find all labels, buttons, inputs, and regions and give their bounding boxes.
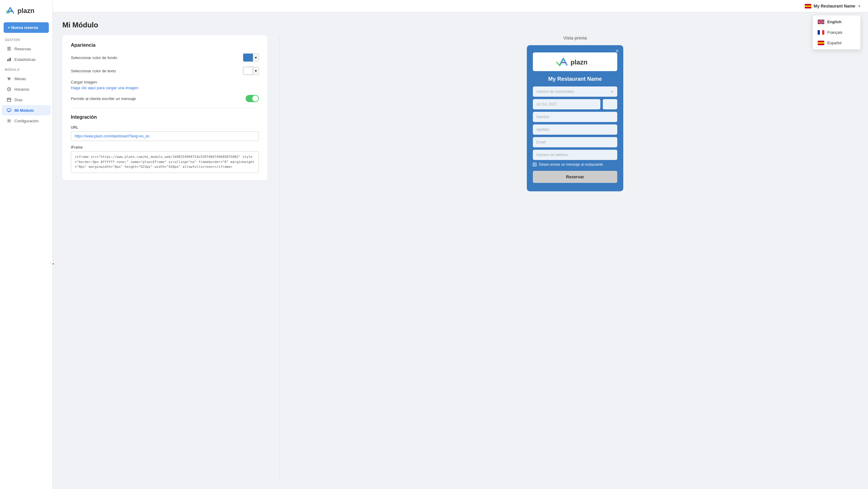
lang-francais-label: Français — [827, 30, 842, 35]
monitor-icon — [7, 108, 11, 113]
lang-item-english[interactable]: English — [813, 17, 861, 27]
svg-rect-7 — [8, 78, 9, 80]
url-value[interactable]: https://www.plazn.com/dashboard?lang=es_… — [71, 131, 259, 141]
widget-logo-area: plazn — [533, 53, 617, 71]
uk-flag-icon — [818, 20, 824, 24]
bar-chart-icon — [7, 57, 11, 62]
widget-apellido-placeholder: Apellido — [536, 127, 550, 132]
text-color-picker[interactable]: ▼ — [243, 67, 259, 75]
left-panel: Apariencia Seleccionar color de fondo ▼ … — [62, 35, 267, 481]
modulo-section-label: MÓDULO — [0, 68, 53, 73]
text-color-row: Seleccionar color de texto ▼ — [71, 67, 259, 75]
widget-nombre-field[interactable]: Nombre — [533, 112, 617, 122]
sidebar-item-mi-modulo-label: Mi Módulo — [14, 108, 34, 113]
section-divider — [71, 108, 259, 108]
calendar-icon — [7, 97, 11, 102]
lang-item-espanol[interactable]: Español — [813, 38, 861, 48]
widget-nombre-placeholder: Nombre — [536, 115, 550, 119]
iframe-label: iFrame — [71, 145, 259, 150]
widget-email-field[interactable]: Email — [533, 137, 617, 147]
sidebar-item-configuracion[interactable]: Configuración — [2, 116, 51, 126]
message-toggle[interactable] — [246, 95, 259, 102]
widget-date-placeholder: oct 24, 2023 — [536, 102, 556, 106]
svg-rect-0 — [7, 47, 11, 47]
sidebar-item-estadisticas-label: Estadísticas — [14, 57, 36, 62]
integration-section: Integración URL https://www.plazn.com/da… — [71, 115, 259, 173]
es-flag-icon — [818, 41, 824, 45]
content-area: Mi Módulo Apariencia Seleccionar color d… — [53, 12, 868, 489]
widget-date-field[interactable]: oct 24, 2023 — [533, 99, 600, 109]
sidebar-item-mesas-label: Mesas — [14, 76, 26, 81]
widget-email-placeholder: Email — [536, 140, 546, 144]
sidebar-item-mi-modulo[interactable]: Mi Módulo — [2, 105, 51, 116]
bg-color-picker[interactable]: ▼ — [243, 53, 259, 62]
widget-message-checkbox[interactable] — [533, 163, 536, 166]
sidebar-item-mesas[interactable]: Mesas — [2, 73, 51, 84]
lang-english-label: English — [827, 20, 841, 24]
svg-rect-5 — [10, 58, 11, 61]
sidebar-item-dias[interactable]: Días — [2, 95, 51, 105]
sidebar-collapse-button[interactable]: ◀ — [50, 261, 56, 266]
sidebar-item-estadisticas[interactable]: Estadísticas — [2, 54, 51, 64]
topbar: My Restaurant Name ▼ English — [53, 0, 868, 12]
sidebar-item-horarios-label: Horarios — [14, 87, 29, 92]
text-color-swatch — [243, 67, 253, 75]
upload-link[interactable]: Haga clic aquí para cargar una imagen — [71, 86, 138, 90]
list-icon — [7, 46, 11, 51]
svg-rect-10 — [7, 98, 11, 101]
gestion-section-label: GESTIÓN — [0, 38, 53, 43]
svg-rect-3 — [7, 59, 8, 61]
apariencia-title: Apariencia — [71, 42, 259, 48]
svg-point-17 — [8, 120, 10, 122]
sidebar-nav: GESTIÓN Reservas Estadísticas M — [0, 38, 53, 489]
bg-color-swatch — [243, 54, 253, 62]
chevron-down-icon: ▼ — [858, 4, 861, 8]
widget-restaurant-name: My Restaurant Name — [533, 76, 617, 82]
upload-label: Cargar imagen: — [71, 80, 98, 84]
lang-espanol-label: Español — [827, 41, 841, 45]
widget-close-icon[interactable]: ✕ — [615, 48, 619, 54]
sidebar-item-horarios[interactable]: Horarios — [2, 84, 51, 94]
iframe-value[interactable]: <iframe src="https://www.plazn.com/mi_mo… — [71, 151, 259, 173]
svg-rect-1 — [7, 48, 11, 49]
toggle-switch[interactable] — [246, 95, 259, 102]
sidebar-item-reservas[interactable]: Reservas — [2, 44, 51, 54]
widget-message-label: Deseo enviar un mensaje al restaurante — [539, 162, 603, 167]
text-color-label: Seleccionar color de texto — [71, 69, 116, 73]
sidebar-item-reservas-label: Reservas — [14, 47, 31, 51]
bg-color-arrow-icon: ▼ — [253, 54, 258, 62]
widget-preview: ✕ plazn My Restaurant Name numero de com… — [527, 45, 623, 191]
fr-flag-icon — [818, 30, 824, 35]
widget-comensales-field[interactable]: numero de comensales ▼ — [533, 87, 617, 97]
gear-icon — [7, 119, 11, 123]
url-label: URL — [71, 125, 259, 130]
preview-panel: Vista previa ✕ plazn My Restaurant Name — [292, 35, 858, 481]
bg-color-row: Seleccionar color de fondo ▼ — [71, 53, 259, 62]
page-title: Mi Módulo — [62, 21, 858, 29]
restaurant-name: My Restaurant Name — [814, 4, 856, 8]
svg-rect-4 — [9, 59, 10, 61]
new-reservation-button[interactable]: + Nueva reserva — [4, 22, 49, 33]
restaurant-selector[interactable]: My Restaurant Name ▼ — [805, 4, 861, 8]
widget-plazn-logo: plazn — [555, 56, 595, 67]
widget-telefono-field[interactable]: Número de teléfono — [533, 150, 617, 160]
widget-message-row: Deseo enviar un mensaje al restaurante — [533, 162, 617, 167]
main-area: My Restaurant Name ▼ English — [53, 0, 868, 489]
plazn-logo-icon — [5, 5, 16, 16]
settings-card: Apariencia Seleccionar color de fondo ▼ … — [62, 35, 267, 180]
svg-rect-6 — [7, 78, 11, 78]
upload-row: Cargar imagen: Haga clic aquí para carga… — [71, 80, 259, 90]
widget-reserve-button[interactable]: Reservar — [533, 171, 617, 183]
widget-apellido-field[interactable]: Apellido — [533, 124, 617, 135]
widget-time-field[interactable] — [603, 99, 617, 109]
svg-text:plazn: plazn — [570, 59, 587, 66]
lang-item-francais[interactable]: Français — [813, 27, 861, 38]
svg-rect-14 — [7, 109, 11, 111]
preview-title: Vista previa — [563, 35, 587, 40]
integracion-title: Integración — [71, 115, 259, 120]
message-toggle-row: Permitir al cliente escribir un mensaje — [71, 95, 259, 102]
sidebar-item-dias-label: Días — [14, 98, 23, 102]
widget-comensales-placeholder: numero de comensales — [536, 90, 574, 94]
sidebar-logo: plazn — [0, 0, 53, 21]
restaurant-flag-icon — [805, 4, 811, 8]
